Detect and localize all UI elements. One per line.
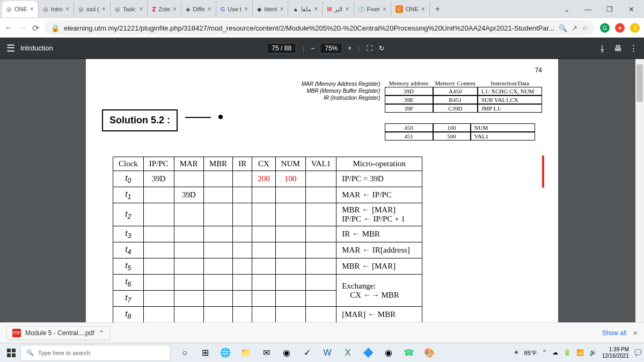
- whatsapp-icon[interactable]: ☎: [400, 345, 418, 361]
- rotate-icon[interactable]: ↻: [379, 45, 384, 52]
- taskbar-search[interactable]: 🔍 Type here to search: [20, 345, 171, 361]
- weather-icon[interactable]: ☀: [514, 349, 519, 356]
- extension-icon[interactable]: G: [600, 23, 610, 33]
- battery-icon[interactable]: 🔋: [564, 349, 571, 356]
- close-icon[interactable]: ×: [314, 5, 318, 13]
- notifications-icon[interactable]: 💬: [634, 349, 642, 356]
- chevron-down-icon[interactable]: ⌄: [556, 1, 577, 17]
- close-icon[interactable]: ×: [345, 5, 349, 13]
- tab-6[interactable]: GUse t×: [216, 1, 253, 17]
- chrome-icon[interactable]: ◉: [278, 345, 295, 361]
- close-icon[interactable]: ×: [244, 5, 248, 13]
- table-header: IP/PC: [143, 157, 174, 171]
- tab-label: ONE: [14, 6, 27, 12]
- download-item[interactable]: PDF Module 5 - Central....pdf ⌃: [6, 326, 110, 340]
- reload-button[interactable]: ⟳: [32, 21, 39, 34]
- show-all-downloads[interactable]: Show all: [602, 329, 626, 337]
- mem-cell: 39E: [385, 95, 433, 104]
- tab-label: ONE: [406, 6, 419, 12]
- wifi-icon[interactable]: 📶: [576, 349, 584, 356]
- mem-cell: C39D: [433, 104, 478, 113]
- tab-favicon: ⓕ: [358, 5, 364, 13]
- fit-page-icon[interactable]: ⛶: [366, 45, 372, 52]
- minimize-button[interactable]: —: [577, 1, 599, 17]
- search-placeholder: Type here to search: [38, 350, 90, 356]
- chevron-up-icon[interactable]: ⌃: [99, 329, 104, 337]
- hamburger-icon[interactable]: ☰: [6, 42, 15, 54]
- cortana-icon[interactable]: ○: [176, 345, 193, 361]
- close-icon[interactable]: ×: [633, 328, 638, 337]
- task-view-icon[interactable]: ⊞: [196, 345, 214, 361]
- close-icon[interactable]: ×: [65, 5, 69, 13]
- excel-icon[interactable]: X: [339, 345, 356, 361]
- tab-9[interactable]: Mالبر×: [323, 1, 354, 17]
- app-icon[interactable]: 🔷: [360, 345, 377, 361]
- table-header: NUM: [275, 157, 305, 171]
- pdf-viewport[interactable]: 74 Solution 5.2 : MAR (Memory Address Re…: [0, 59, 644, 322]
- tab-3[interactable]: ◎Task:×: [111, 1, 148, 17]
- zoom-in-button[interactable]: +: [348, 45, 352, 52]
- downloads-bar: PDF Module 5 - Central....pdf ⌃ Show all…: [0, 322, 644, 343]
- tab-4[interactable]: ZZote×: [148, 1, 181, 17]
- mail-icon[interactable]: ✉: [258, 345, 275, 361]
- close-icon[interactable]: ×: [208, 5, 211, 13]
- onedrive-icon[interactable]: ☁: [552, 349, 558, 356]
- paint-icon[interactable]: 🎨: [421, 345, 438, 361]
- tab-10[interactable]: ⓕFiver×: [354, 1, 391, 17]
- scrollbar[interactable]: [635, 59, 644, 322]
- table-header: VAL1: [305, 157, 336, 171]
- clock[interactable]: 1:39 PM 12/16/2021: [602, 346, 629, 359]
- word-icon[interactable]: W: [319, 345, 336, 361]
- close-icon[interactable]: ×: [383, 5, 386, 13]
- tab-favicon: G: [221, 6, 225, 12]
- app-icon[interactable]: ✓: [298, 345, 316, 361]
- table-header: Clock: [113, 157, 144, 171]
- app-icon[interactable]: ◉: [380, 345, 397, 361]
- page-current[interactable]: 75: [272, 45, 279, 52]
- tab-8[interactable]: ▲ملفا×: [288, 1, 323, 17]
- close-icon[interactable]: ×: [102, 5, 106, 13]
- search-in-page-icon[interactable]: 🔍: [559, 24, 567, 32]
- close-button[interactable]: ✕: [620, 1, 642, 17]
- tab-1[interactable]: ◎Intro×: [39, 1, 74, 17]
- tab-7[interactable]: ◆Ident×: [253, 1, 288, 17]
- tab-favicon: C: [396, 5, 403, 13]
- tray-chevron-icon[interactable]: ⌃: [542, 349, 547, 356]
- forward-button[interactable]: →: [18, 21, 27, 34]
- table-row: t139DMAR ← IP/PC: [113, 187, 422, 203]
- tab-0[interactable]: ◎ONE×: [2, 1, 39, 17]
- extension-icon[interactable]: ✦: [615, 23, 625, 33]
- mem-cell: 39F: [385, 104, 433, 113]
- tab-label: ssd (: [86, 6, 99, 12]
- close-icon[interactable]: ×: [280, 5, 283, 13]
- volume-icon[interactable]: 🔊: [589, 349, 597, 356]
- address-bar[interactable]: 🔒 elearning.utm.my/21221/pluginfile.php/…: [45, 20, 595, 35]
- new-tab-button[interactable]: +: [430, 4, 445, 14]
- close-icon[interactable]: ×: [421, 5, 425, 13]
- tab-11[interactable]: CONE×: [391, 1, 430, 17]
- edge-icon[interactable]: 🌐: [217, 345, 234, 361]
- print-icon[interactable]: 🖶: [614, 43, 622, 53]
- mem-cell: 451: [385, 132, 433, 141]
- close-icon[interactable]: ×: [173, 5, 177, 13]
- svg-rect-1: [12, 349, 16, 352]
- more-icon[interactable]: ⋮: [630, 43, 638, 53]
- download-icon[interactable]: ⭳: [598, 43, 606, 53]
- svg-rect-2: [7, 353, 11, 357]
- share-icon[interactable]: ↗: [572, 24, 577, 32]
- back-button[interactable]: ←: [4, 21, 13, 34]
- explorer-icon[interactable]: 📁: [237, 345, 254, 361]
- star-icon[interactable]: ☆: [582, 24, 588, 32]
- maximize-button[interactable]: ❐: [599, 1, 620, 17]
- zoom-out-button[interactable]: −: [311, 45, 314, 52]
- tab-5[interactable]: ◈Diffe×: [181, 1, 216, 17]
- close-icon[interactable]: ×: [139, 5, 143, 13]
- extension-icon[interactable]: S: [630, 23, 640, 33]
- close-icon[interactable]: ×: [30, 5, 34, 13]
- start-button[interactable]: [2, 345, 20, 361]
- tab-2[interactable]: ◎ssd (×: [74, 1, 111, 17]
- table-row: t3IR ← MBR: [113, 226, 422, 242]
- tab-favicon: ◈: [186, 6, 190, 13]
- temperature[interactable]: 85°F: [524, 350, 537, 356]
- scroll-thumb[interactable]: [636, 64, 643, 102]
